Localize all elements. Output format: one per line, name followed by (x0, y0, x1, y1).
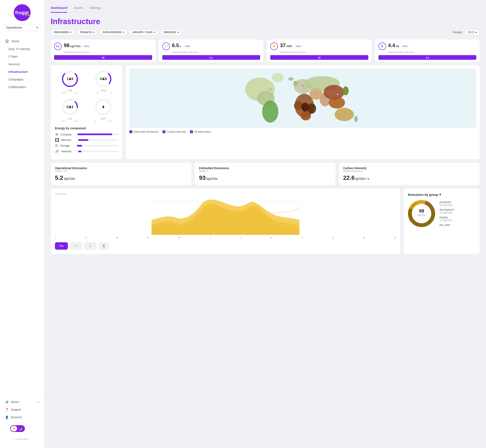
gauge-pue: 1.19 PUE 1.55 1.12 (55, 70, 85, 94)
sidebar-item-services[interactable]: Services (0, 60, 44, 68)
filter-services[interactable]: SERVICES ▾ (160, 29, 182, 35)
emission-card-embodied: Embodied Emissions Scope 3 93 kgCO2e (195, 163, 336, 185)
tab-dashboard[interactable]: Dashboard (51, 4, 67, 13)
legend-production: production 75 kgCO2e (439, 201, 454, 207)
map-legend: ✓ Datacenter Emissions ✓ Country Intensi… (129, 130, 476, 133)
stat-bar-water: 6.1 (162, 55, 260, 60)
energy-icon: ⚡ (270, 42, 278, 50)
svg-point-32 (294, 101, 303, 110)
tab-assets[interactable]: Assets (73, 4, 83, 13)
svg-point-17 (272, 73, 284, 82)
legend-development: development 12 kgCO2e (439, 208, 454, 214)
svg-point-33 (301, 103, 309, 112)
network-icon: 🔗 (55, 149, 59, 153)
theme-toggle-area: ☀️ 🌙 (0, 421, 44, 436)
stat-cards: CO₂ 98 kgCO2e ↓-85% Yearly forecast Last… (51, 40, 480, 62)
gauge-ref: 0 REF 0 0.91 (88, 98, 118, 122)
compute-bar (77, 134, 112, 135)
legal-notice: Legal notice (0, 436, 44, 442)
page-title: Infrastructure (51, 17, 480, 26)
chart-card: 15 kgCO2e J F M A M J J A (51, 188, 400, 254)
sidebar-item-fleet[interactable]: IT fleet (0, 53, 44, 60)
gauge-ref-svg: 0 (94, 98, 113, 117)
sidebar-item-collaborators[interactable]: Collaborators (0, 83, 44, 91)
dark-theme-btn[interactable]: 🌙 (17, 426, 24, 431)
filter-bar: PROVIDERS ▾ TENANTS ▾ DATACENTERS ▾ GROU… (51, 29, 480, 35)
energy-row-compute: 🖥 Compute (55, 132, 118, 136)
period-dropdown[interactable]: 2023 ▾ (465, 29, 480, 35)
energy-row-memory: 🔲 Memory (55, 138, 118, 142)
emission-card-carbon: Carbon Intensity Relative Emissions 22.6… (339, 163, 480, 185)
org-selector[interactable]: Digital4better ▾ (3, 24, 41, 31)
icon-tab-co2[interactable]: CO₂ (55, 242, 68, 250)
home-icon: 🏠 (5, 39, 9, 43)
checkbox-all[interactable]: ✓ (190, 130, 193, 133)
svg-point-26 (343, 86, 349, 95)
stat-bar-co2: 94 (54, 55, 152, 60)
period-selector: Period : 2023 ▾ (453, 29, 480, 35)
checkbox-datacenter[interactable]: ✓ (129, 130, 132, 133)
light-theme-btn[interactable]: ☀️ (11, 426, 17, 431)
theme-toggle[interactable]: ☀️ 🌙 (10, 425, 25, 432)
sidebar-item-campaigns[interactable]: Campaigns (0, 76, 44, 83)
world-map (129, 69, 476, 128)
world-map-svg (129, 69, 476, 128)
logo-circle: fruggr (14, 4, 31, 21)
memory-bar (78, 139, 88, 141)
svg-point-37 (316, 92, 317, 94)
svg-point-40 (270, 89, 271, 90)
svg-point-31 (307, 104, 316, 114)
nav-section: 🏠 Home Sust. IT maturity IT fleet Servic… (0, 35, 44, 396)
icon-tab-energy[interactable]: ⚡ (84, 242, 97, 250)
icon-tab-water[interactable]: 〰 (70, 242, 82, 250)
area-chart-svg (55, 197, 396, 235)
svg-point-41 (344, 114, 346, 115)
legend-poc: poc_data (439, 224, 454, 226)
filter-groups-tags[interactable]: GROUPS / TAGS ▾ (129, 29, 158, 35)
donut-area: 98 kgCO2e production 75 kgCO2e developme… (408, 200, 475, 227)
sidebar-item-infrastructure[interactable]: Infrastructure (0, 68, 44, 76)
filter-providers[interactable]: PROVIDERS ▾ (51, 29, 75, 35)
legend-country-intensity[interactable]: ✓ Country Intensity (162, 130, 186, 133)
svg-point-30 (293, 81, 298, 86)
filter-tenants[interactable]: TENANTS ▾ (77, 29, 98, 35)
co2-icon: CO₂ (54, 42, 62, 50)
icon-tab-cost[interactable]: $ (99, 242, 109, 250)
gauge-wue-svg: 0.18 (94, 70, 113, 88)
svg-point-35 (302, 85, 304, 86)
bottom-nav: ⚙️ Admin ▾ ❓ Support 👤 Account ☀️ 🌙 Lega… (0, 396, 44, 444)
svg-text:1.19: 1.19 (66, 77, 73, 81)
gauge-panel: 1.19 PUE 1.55 1.12 0.18 (51, 65, 122, 159)
sidebar-item-sust[interactable]: Sust. IT maturity (0, 45, 44, 53)
svg-point-29 (288, 77, 293, 81)
memory-icon: 🔲 (55, 138, 59, 142)
stat-card-water: 〰 6.5 L ↓-98% Yearly forecast Last year … (159, 40, 264, 62)
energy-row-storage: ☰ Storage (55, 144, 118, 148)
svg-text:0.13: 0.13 (66, 105, 73, 109)
svg-point-25 (324, 85, 344, 100)
logo-area: fruggr Digital4better ▾ (0, 4, 44, 35)
chevron-down-icon: ▾ (439, 193, 441, 196)
gauge-pue-svg: 1.19 (60, 70, 80, 88)
stat-bar-cost: 4.1 (379, 55, 477, 60)
donut-legend: production 75 kgCO2e development 12 kgCO… (439, 201, 454, 226)
svg-point-36 (304, 87, 305, 89)
energy-row-network: 🔗 Network (55, 149, 118, 153)
legend-all-datacenters[interactable]: ✓ All datacenters (190, 130, 211, 133)
sidebar-item-account[interactable]: 👤 Account (0, 413, 44, 421)
gauges-grid: 1.19 PUE 1.55 1.12 0.18 (55, 70, 118, 122)
sidebar-item-home[interactable]: 🏠 Home (0, 37, 44, 45)
stat-card-cost: $ 4.4 k$ ↓-50% Yearly forecast Last year… (375, 40, 480, 62)
sidebar-item-admin[interactable]: ⚙️ Admin ▾ (0, 398, 44, 406)
checkbox-country[interactable]: ✓ (162, 130, 165, 133)
legend-datacenter-emissions[interactable]: ✓ Datacenter Emissions (129, 130, 158, 133)
stat-card-energy: ⚡ 37 kWh ↓-94% Yearly forecast Last year… (267, 40, 372, 62)
filter-datacenters[interactable]: DATACENTERS ▾ (99, 29, 127, 35)
legend-staging: staging 11 kgCO2e (439, 216, 454, 222)
sidebar-item-support[interactable]: ❓ Support (0, 406, 44, 413)
tab-settings[interactable]: Settings (89, 4, 101, 13)
svg-point-39 (337, 94, 338, 95)
gauge-cue: 0.13 CUE 0.93 0.01 (55, 98, 85, 122)
top-tabs: Dashboard Assets Settings (51, 4, 480, 13)
donut-header[interactable]: Emissions by group ▾ (408, 193, 475, 196)
